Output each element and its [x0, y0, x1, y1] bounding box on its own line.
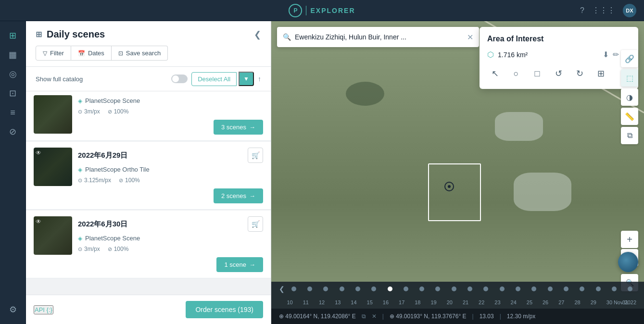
filter-button[interactable]: ▽ Filter — [36, 46, 71, 61]
timeline-month: Nov 2022 — [614, 299, 636, 305]
terrain-patch-3 — [514, 173, 571, 211]
tl-num: 13 — [335, 299, 341, 305]
timeline-dot[interactable] — [371, 287, 376, 291]
scenes-button[interactable]: 1 scene → — [216, 257, 263, 272]
right-toolbar: 🔗 ⬚ ◑ 📏 ⧉ — [621, 50, 638, 144]
opacity-icon: ⊘ — [108, 246, 112, 252]
timeline-dot[interactable] — [500, 287, 505, 291]
terrain-patch-2 — [495, 112, 543, 141]
opacity-meta: ⊘ 100% — [119, 177, 140, 184]
timeline-left-arrow[interactable]: ❮ — [279, 285, 285, 293]
sidebar-item-tag[interactable]: ⊘ — [4, 123, 22, 140]
api-button[interactable]: API {:} — [34, 305, 53, 314]
user-avatar[interactable]: DX — [623, 4, 636, 17]
timeline-dot[interactable] — [483, 287, 488, 291]
aoi-tool-square[interactable]: □ — [530, 66, 545, 81]
dates-button[interactable]: 📅 Dates — [71, 46, 112, 61]
tl-num: 26 — [543, 299, 548, 305]
aoi-tool-rotate-cw[interactable]: ↻ — [572, 66, 587, 81]
panel-close-button[interactable]: ❮ — [254, 29, 261, 40]
select-tool-button[interactable]: ⬚ — [621, 69, 638, 87]
resolution-icon: ⊙ — [78, 246, 82, 252]
link-tool-button[interactable]: 🔗 — [621, 50, 638, 67]
timeline-dot[interactable] — [612, 287, 617, 291]
timeline-dot[interactable] — [596, 287, 601, 291]
save-icon: ⊡ — [118, 50, 123, 57]
scenes-button[interactable]: 3 scenes → — [214, 120, 263, 135]
scenes-button[interactable]: 2 scenes → — [214, 188, 263, 203]
sidebar-item-list[interactable]: ≡ — [4, 104, 22, 121]
sidebar-item-camera[interactable]: ⊡ — [4, 85, 22, 102]
source-icon: ◈ — [78, 98, 82, 104]
list-item: 👁 2022年6月29日 🛒 ◈ PlanetScope Ortho Tile — [26, 142, 271, 210]
save-search-button[interactable]: ⊡ Save search — [112, 46, 168, 61]
timeline-numbers: 10 11 12 13 14 15 16 17 18 19 20 21 22 2… — [282, 299, 633, 305]
tl-num: 27 — [558, 299, 564, 305]
sidebar-item-layers[interactable]: ⊞ — [4, 27, 22, 44]
aoi-tool-rotate-ccw[interactable]: ↺ — [551, 66, 566, 81]
timeline-dot[interactable] — [388, 287, 392, 291]
tl-num: 19 — [430, 299, 436, 305]
deselect-all-button[interactable]: Deselect All — [191, 72, 237, 86]
timeline-dot[interactable] — [548, 287, 553, 291]
eye-icon[interactable]: 👁 — [36, 218, 41, 225]
aoi-tools: ↖ ○ □ ↺ ↻ ⊞ — [487, 66, 631, 81]
polygon-icon: ⬡ — [487, 50, 494, 59]
help-icon[interactable]: ? — [580, 6, 584, 15]
zoom-in-button[interactable]: + — [621, 231, 638, 248]
aoi-tool-pointer[interactable]: ↖ — [487, 66, 503, 81]
scene-item-header: ◈ PlanetScope Scene ⊙ 3m/px ⊘ 100% — [34, 95, 263, 135]
timeline-dot[interactable] — [531, 287, 536, 291]
cart-button[interactable]: 🛒 — [248, 148, 263, 163]
order-button[interactable]: Order scenes (193) — [186, 301, 263, 318]
timeline-dot[interactable] — [516, 287, 520, 291]
timeline-dot[interactable] — [564, 287, 568, 291]
layers-tool-button[interactable]: ⧉ — [621, 127, 638, 144]
timeline-dot[interactable] — [580, 287, 584, 291]
catalog-toggle[interactable] — [171, 75, 188, 83]
aoi-size-value: 1.716 km² — [498, 51, 528, 59]
download-icon[interactable]: ⬇ — [603, 50, 609, 59]
sidebar-item-qr[interactable]: ▦ — [4, 46, 22, 63]
timeline-dot[interactable] — [291, 287, 296, 291]
globe-button[interactable] — [618, 252, 638, 272]
timeline-dot[interactable] — [323, 287, 328, 291]
timeline-bar: ❮ — [271, 282, 644, 296]
resolution-value: 3m/px — [84, 246, 100, 252]
timeline-dot[interactable] — [452, 287, 456, 291]
list-item: 👁 2022年6月30日 🛒 ◈ PlanetScope Scene — [26, 211, 271, 278]
panel-title-text: Daily scenes — [47, 29, 105, 40]
ruler-tool-button[interactable]: 📏 — [621, 108, 638, 125]
sort-button[interactable]: ↑ — [258, 75, 261, 83]
timeline-dot[interactable] — [404, 287, 408, 291]
resolution-value: 3.125m/px — [84, 177, 111, 184]
search-clear-button[interactable]: ✕ — [467, 33, 473, 42]
scene-actions: 2 scenes → — [78, 188, 263, 203]
timeline-dot[interactable] — [419, 287, 424, 291]
catalog-row: Show full catalog Deselect All ▼ ↑ — [26, 67, 271, 91]
aoi-tool-expand[interactable]: ⊞ — [593, 66, 608, 81]
edit-icon[interactable]: ✏ — [613, 50, 619, 59]
cart-button[interactable]: 🛒 — [248, 216, 263, 232]
deselect-arrow-button[interactable]: ▼ — [239, 72, 254, 86]
timeline-dot[interactable] — [435, 287, 440, 291]
contrast-tool-button[interactable]: ◑ — [621, 88, 638, 106]
timeline-dot[interactable] — [467, 287, 472, 291]
timeline-dot[interactable] — [340, 287, 344, 291]
scene-actions: 1 scene → — [78, 257, 263, 272]
resolution-value: 3m/px — [84, 108, 100, 115]
eye-icon[interactable]: 👁 — [36, 150, 41, 156]
timeline-dot[interactable] — [307, 287, 312, 291]
settings-icon[interactable]: ⚙ — [4, 301, 22, 318]
sidebar-item-location[interactable]: ◎ — [4, 65, 22, 83]
timeline-dot[interactable] — [355, 287, 360, 291]
aoi-rectangle — [428, 163, 481, 221]
tl-num: 17 — [399, 299, 404, 305]
grid-icon[interactable]: ⋮⋮⋮ — [592, 6, 615, 15]
timeline-dot[interactable] — [628, 287, 632, 291]
scene-meta: ⊙ 3.125m/px ⊘ 100% — [78, 177, 263, 184]
aoi-tool-circle[interactable]: ○ — [508, 66, 524, 81]
copy-coord1-button[interactable]: ⧉ — [362, 313, 366, 320]
clear-coord1-button[interactable]: ✕ — [372, 313, 377, 320]
scene-info: 2022年6月29日 🛒 ◈ PlanetScope Ortho Tile ⊙ … — [78, 148, 263, 203]
